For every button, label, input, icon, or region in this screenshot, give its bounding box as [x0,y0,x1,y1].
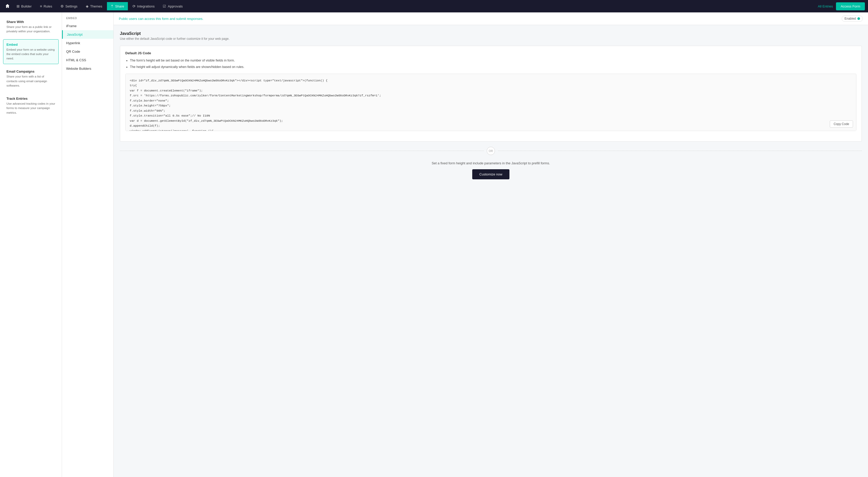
sidebar-card-embed-desc: Embed your form on a website using the e… [6,48,55,61]
nav-share[interactable]: ⇡ Share [107,2,128,10]
embed-nav-javascript[interactable]: JavaScript [62,30,114,39]
settings-icon: ⚙ [60,4,64,8]
left-sidebar: Share With Share your form as a public l… [0,12,62,477]
sidebar-card-track-entries[interactable]: Track Entries Use advanced tracking code… [3,93,59,118]
sidebar-card-email-title: Email Campaigns [6,69,55,73]
integrations-icon: ⟳ [132,4,135,8]
customize-section: Set a fixed form height and include para… [120,159,862,184]
top-navigation: ⊞ Builder ≡ Rules ⚙ Settings ◈ Themes ⇡ … [0,0,868,12]
embed-section-title: EMBED [62,17,114,22]
all-entries-link[interactable]: All Entries [818,4,833,8]
status-text: Public users can access this form and su… [119,17,203,21]
embed-panel: EMBED iFrame JavaScript Hyperlink QR Cod… [62,12,114,477]
embed-nav-qr-code[interactable]: QR Code [62,47,114,56]
or-line-left [120,151,484,151]
javascript-content: JavaScript Use either the default JavaSc… [114,25,868,477]
sidebar-card-embed-title: Embed [6,42,55,47]
share-icon: ⇡ [111,4,114,8]
rules-icon: ≡ [40,4,42,8]
main-container: Share With Share your form as a public l… [0,12,868,477]
nav-integrations[interactable]: ⟳ Integrations [129,2,158,10]
copy-code-button[interactable]: Copy Code [830,120,853,128]
status-bar: Public users can access this form and su… [114,12,868,25]
nav-approvals[interactable]: ☑ Approvals [159,2,186,10]
nav-settings[interactable]: ⚙ Settings [57,2,81,10]
or-badge: OR [487,147,495,155]
embed-nav-website-builders[interactable]: Website Builders [62,64,114,73]
home-button[interactable] [3,2,12,11]
bullet-list: The form's height will be set based on t… [125,58,857,69]
js-panel-title: JavaScript [120,31,862,36]
sidebar-card-track-title: Track Entries [6,97,55,100]
enabled-dot [858,17,860,20]
sidebar-card-desc: Share your form as a public link or priv… [6,25,55,34]
builder-icon: ⊞ [17,4,20,8]
embed-nav-hyperlink[interactable]: Hyperlink [62,39,114,47]
default-js-title: Default JS Code [125,51,857,55]
customize-desc: Set a fixed form height and include para… [120,161,862,165]
sidebar-card-embed[interactable]: Embed Embed your form on a website using… [3,39,59,64]
embed-nav-iframe[interactable]: iFrame [62,22,114,30]
bullet-item-2: The height will adjust dynamically when … [130,65,857,69]
sidebar-card-track-desc: Use advanced tracking codes in your form… [6,101,55,115]
default-js-box: Default JS Code The form's height will b… [120,46,862,142]
content-area: Public users can access this form and su… [114,12,868,477]
sidebar-card-email-campaigns[interactable]: Email Campaigns Share your form with a l… [3,66,59,91]
enabled-label: Enabled [844,17,856,21]
code-box-wrapper: <div id="zf_div_zd7qmN_3EGwPtQaOCKN24MKZ… [125,73,857,131]
enabled-badge: Enabled [842,16,863,22]
nav-rules[interactable]: ≡ Rules [36,2,56,10]
sidebar-card-title: Share With [6,20,55,24]
nav-right-section: All Entries Access Form [818,2,865,10]
sidebar-card-email-desc: Share your form with a list of contacts … [6,74,55,88]
approvals-icon: ☑ [163,4,166,8]
or-line-right [498,151,862,151]
code-box[interactable]: <div id="zf_div_zd7qmN_3EGwPtQaOCKN24MKZ… [126,74,856,131]
js-panel-desc: Use either the default JavaScript code o… [120,37,862,40]
nav-builder[interactable]: ⊞ Builder [13,2,35,10]
embed-nav-html-css[interactable]: HTML & CSS [62,56,114,64]
themes-icon: ◈ [86,4,89,8]
sidebar-card-share-with[interactable]: Share With Share your form as a public l… [3,17,59,37]
access-form-button[interactable]: Access Form [836,2,865,10]
customize-now-button[interactable]: Customize now [472,169,510,179]
nav-themes[interactable]: ◈ Themes [82,2,106,10]
or-divider: OR [120,147,862,155]
bullet-item-1: The form's height will be set based on t… [130,58,857,63]
